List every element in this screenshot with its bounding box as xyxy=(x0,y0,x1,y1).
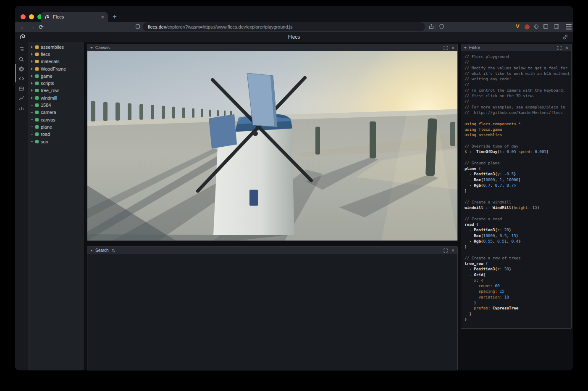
share-link-icon[interactable] xyxy=(562,34,568,42)
collapse-chevron-icon[interactable] xyxy=(90,250,93,251)
code-line: // Create a road xyxy=(465,216,571,222)
expand-arrow-icon[interactable] xyxy=(30,60,33,63)
editor-panel: Editor × // Flecs playground//// Modify … xyxy=(461,44,572,329)
code-line: // xyxy=(465,82,571,87)
entity-square-icon xyxy=(35,96,39,100)
tree-item-scripts[interactable]: scripts xyxy=(28,79,84,87)
sidebar-panel-icon[interactable] xyxy=(543,24,549,31)
toolbar-divider xyxy=(436,24,436,30)
collapse-chevron-icon[interactable] xyxy=(464,47,467,49)
fullscreen-icon[interactable] xyxy=(444,248,448,253)
canvas-panel-title: Canvas xyxy=(95,45,110,50)
frame-icon[interactable] xyxy=(18,85,25,92)
code-line: count: 60 xyxy=(465,283,571,288)
forward-button[interactable]: → xyxy=(29,22,35,32)
tree-item-label: windmill xyxy=(41,95,57,100)
shield-icon[interactable] xyxy=(439,24,444,31)
code-line: using flecs.game xyxy=(465,127,571,132)
reading-panel-icon[interactable] xyxy=(554,24,559,31)
expand-arrow-icon[interactable] xyxy=(30,46,33,48)
tree-item-tree_row[interactable]: tree_row xyxy=(28,87,84,94)
extensions-puzzle-icon[interactable] xyxy=(533,24,539,31)
reload-button[interactable]: ⟳ xyxy=(39,22,44,32)
new-tab-button[interactable]: + xyxy=(113,13,117,21)
tree-item-label: flecs xyxy=(41,52,50,57)
expand-arrow-icon[interactable] xyxy=(30,82,33,85)
expand-arrow-icon[interactable] xyxy=(30,68,33,70)
code-line: } xyxy=(465,300,571,305)
browser-tab[interactable]: Flecs × xyxy=(41,12,108,22)
chart-icon[interactable] xyxy=(18,95,25,101)
expand-arrow-icon[interactable] xyxy=(30,89,33,92)
close-panel-icon[interactable]: × xyxy=(452,45,454,50)
world-icon[interactable] xyxy=(18,66,25,72)
page-title: Flecs xyxy=(15,32,573,42)
expand-arrow-icon[interactable] xyxy=(30,75,33,77)
leaf-dash-icon xyxy=(30,127,33,127)
code-icon[interactable] xyxy=(18,75,25,82)
tree-item-WoodFrame[interactable]: WoodFrame xyxy=(28,65,84,72)
code-line: // https://github.com/SanderMertens/flec… xyxy=(465,110,571,115)
share-icon[interactable] xyxy=(428,24,434,31)
tree-item-camera[interactable]: camera xyxy=(28,109,84,116)
flecs-logo-icon xyxy=(19,33,26,42)
search-panel: Search × xyxy=(87,246,458,370)
url-host: flecs.dev xyxy=(148,24,166,29)
fullscreen-icon[interactable] xyxy=(444,46,448,50)
code-line xyxy=(465,210,571,216)
fullscreen-icon[interactable] xyxy=(557,46,562,50)
tree-item-flecs[interactable]: flecs xyxy=(28,50,84,58)
extension-red-icon[interactable] xyxy=(525,24,530,29)
url-path: /explorer/?wasm=https://www.flecs.dev/ex… xyxy=(166,24,292,29)
close-panel-icon[interactable]: × xyxy=(565,45,568,50)
close-panel-icon[interactable]: × xyxy=(452,248,454,253)
address-bar[interactable]: flecs.dev/explorer/?wasm=https://www.fle… xyxy=(143,22,425,31)
collapse-chevron-icon[interactable] xyxy=(90,47,93,49)
bookmarks-icon[interactable] xyxy=(135,24,141,31)
code-editor[interactable]: // Flecs playground//// Modify the value… xyxy=(461,51,571,328)
code-line: spacing: 15 xyxy=(465,288,571,294)
minimize-window-button[interactable] xyxy=(29,14,34,19)
editor-panel-title: Editor xyxy=(469,45,480,50)
tab-strip: Flecs × + xyxy=(15,6,573,22)
entity-square-icon xyxy=(35,140,39,143)
expand-arrow-icon[interactable] xyxy=(30,53,33,55)
code-line: - Box{10000, 1, 10000} xyxy=(465,177,571,182)
tree-item-canvas[interactable]: canvas xyxy=(28,116,84,123)
tree-item-label: scripts xyxy=(41,81,54,86)
back-button[interactable]: ← xyxy=(20,22,26,32)
search-icon[interactable] xyxy=(18,56,25,63)
code-line: - Position3{z: 20} xyxy=(465,227,571,232)
code-line xyxy=(465,193,571,199)
tree-item-sun[interactable]: sun xyxy=(28,138,84,145)
tree-item-materials[interactable]: materials xyxy=(28,58,84,65)
code-line xyxy=(465,249,571,255)
tree-item-label: tree_row xyxy=(41,88,59,93)
leaf-dash-icon xyxy=(30,141,33,142)
tree-item-assemblies[interactable]: assemblies xyxy=(28,43,84,50)
menu-button[interactable] xyxy=(566,24,572,29)
entity-square-icon xyxy=(35,111,39,114)
module-square-icon xyxy=(35,53,39,56)
search-results-area[interactable] xyxy=(87,254,457,370)
canvas-3d-view[interactable] xyxy=(87,51,457,240)
code-line: // To control the camera with the keyboa… xyxy=(465,87,571,93)
tree-item-plane[interactable]: plane xyxy=(28,123,84,130)
extension-v-icon[interactable]: V xyxy=(516,23,520,29)
tree-item-label: WoodFrame xyxy=(41,66,66,71)
close-window-button[interactable] xyxy=(21,14,26,19)
tree-item-windmill[interactable]: windmill xyxy=(28,94,84,101)
code-line xyxy=(465,154,571,160)
expand-arrow-icon[interactable] xyxy=(30,97,33,99)
hierarchy-icon[interactable] xyxy=(18,46,25,53)
stats-icon[interactable] xyxy=(18,105,25,111)
module-square-icon xyxy=(35,45,39,49)
tree-item-road[interactable]: road xyxy=(28,131,84,138)
leaf-dash-icon xyxy=(30,112,33,113)
tree-item-label: plane xyxy=(41,124,52,129)
tree-item-game[interactable]: game xyxy=(28,72,84,79)
code-line: plane { xyxy=(465,166,571,171)
tab-close-icon[interactable]: × xyxy=(101,14,104,20)
tree-item-1584[interactable]: 1584 xyxy=(28,101,84,108)
code-line: - Position3{y: -0.5} xyxy=(465,171,571,177)
